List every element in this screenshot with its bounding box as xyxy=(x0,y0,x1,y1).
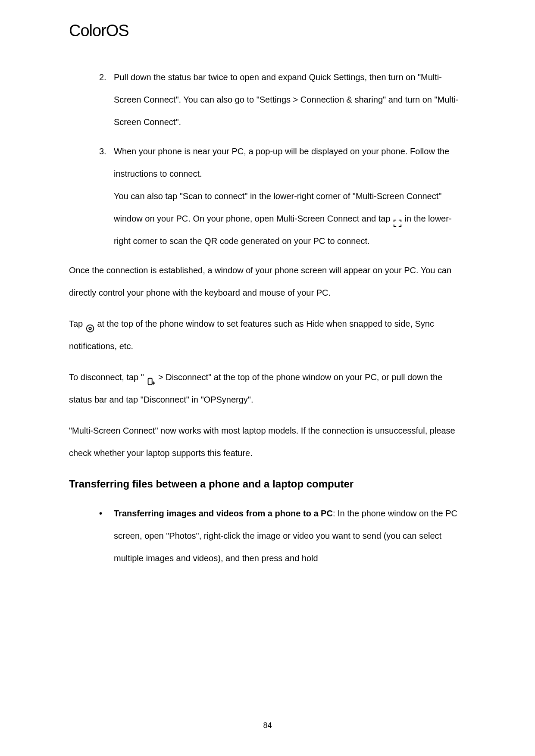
settings-circle-icon xyxy=(85,319,95,328)
text-run: at the top of the phone window to set fe… xyxy=(69,319,434,351)
list-number: 2. xyxy=(99,66,114,133)
document-page: ColorOS 2. Pull down the status bar twic… xyxy=(0,0,535,756)
bullet-marker: • xyxy=(99,502,114,569)
text-run: To disconnect, tap " xyxy=(69,372,146,382)
paragraph: You can also tap "Scan to connect" in th… xyxy=(114,185,466,252)
brand-logo: ColorOS xyxy=(69,22,466,40)
svg-rect-2 xyxy=(148,378,152,384)
bullet-list-item: • Transferring images and videos from a … xyxy=(69,502,466,569)
paragraph: To disconnect, tap " > Disconnect" at th… xyxy=(69,366,466,411)
scan-qr-icon xyxy=(393,214,402,223)
bold-text: Transferring images and videos from a ph… xyxy=(114,509,333,518)
list-body: Pull down the status bar twice to open a… xyxy=(114,66,466,133)
paragraph: Tap at the top of the phone window to se… xyxy=(69,312,466,357)
paragraph: Once the connection is established, a wi… xyxy=(69,259,466,304)
section-heading: Transferring files between a phone and a… xyxy=(69,478,466,490)
phone-cast-icon xyxy=(146,372,156,382)
paragraph: "Multi-Screen Connect" now works with mo… xyxy=(69,419,466,464)
page-number: 84 xyxy=(0,721,535,730)
paragraph: When your phone is near your PC, a pop-u… xyxy=(114,140,466,185)
bullet-body: Transferring images and videos from a ph… xyxy=(114,502,466,569)
list-number: 3. xyxy=(99,140,114,252)
ordered-list-item-2: 2. Pull down the status bar twice to ope… xyxy=(69,66,466,133)
svg-point-0 xyxy=(87,325,94,332)
ordered-list-item-3: 3. When your phone is near your PC, a po… xyxy=(69,140,466,252)
list-body: When your phone is near your PC, a pop-u… xyxy=(114,140,466,252)
paragraph: Pull down the status bar twice to open a… xyxy=(114,66,466,133)
svg-point-1 xyxy=(89,327,91,330)
text-run: Tap xyxy=(69,319,85,328)
